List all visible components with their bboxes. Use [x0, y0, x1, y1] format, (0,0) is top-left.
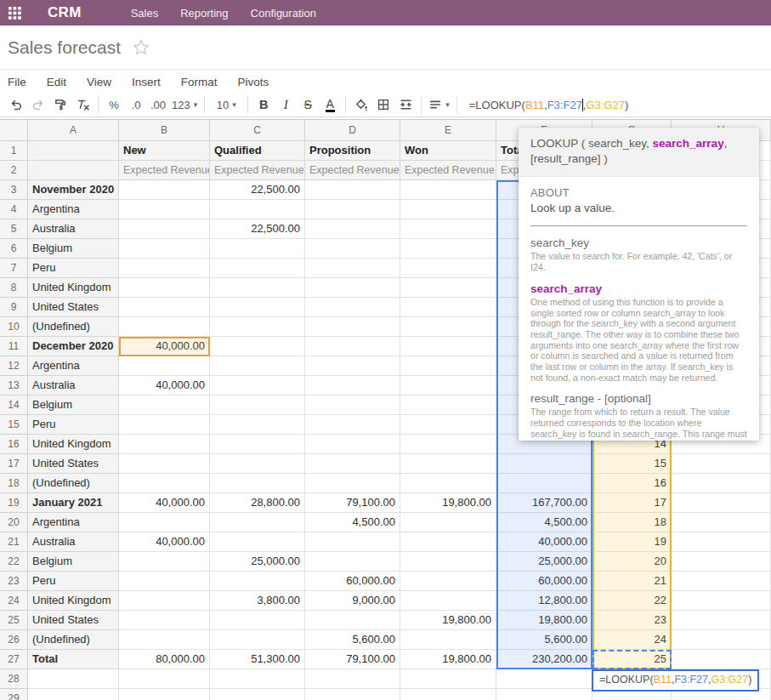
row-header-11[interactable]: 11	[0, 337, 28, 356]
row-header-1[interactable]: 1	[0, 141, 28, 161]
cell-B28[interactable]	[119, 669, 210, 689]
cell-D26[interactable]: 5,600.00	[305, 630, 400, 650]
cell-B2[interactable]: Expected Revenue	[119, 161, 210, 180]
cell-C14[interactable]	[210, 396, 305, 415]
navbar-item-reporting[interactable]: Reporting	[180, 7, 228, 20]
cell-C8[interactable]	[210, 278, 305, 298]
cell-F26[interactable]: 5,600.00	[496, 630, 592, 650]
cell-D12[interactable]	[305, 356, 400, 376]
cell-A8[interactable]: United Kingdom	[28, 278, 119, 298]
cell-A1[interactable]	[28, 141, 119, 161]
cell-A9[interactable]: United States	[28, 298, 119, 317]
cell-C3[interactable]: 22,500.00	[210, 180, 305, 200]
cell-F19[interactable]: 167,700.00	[496, 493, 592, 513]
cell-F23[interactable]: 60,000.00	[496, 572, 592, 591]
cell-A22[interactable]: Belgium	[28, 552, 119, 572]
cell-E1[interactable]: Won	[400, 141, 496, 161]
row-header-17[interactable]: 17	[0, 454, 28, 474]
row-header-5[interactable]: 5	[0, 219, 28, 239]
cell-B16[interactable]	[119, 435, 210, 454]
italic-button[interactable]: I	[275, 94, 297, 115]
cell-E19[interactable]: 19,800.00	[400, 493, 496, 513]
cell-A11[interactable]: December 2020	[28, 337, 119, 356]
cell-E29[interactable]	[400, 689, 496, 700]
cell-H23[interactable]	[672, 572, 771, 591]
cell-C23[interactable]	[210, 572, 305, 591]
cell-F27[interactable]: 230,200.00	[496, 650, 592, 669]
cell-B22[interactable]	[119, 552, 210, 572]
cell-D22[interactable]	[305, 552, 400, 572]
cell-B18[interactable]	[119, 474, 210, 493]
page-title[interactable]: Sales forecast	[8, 37, 121, 58]
cell-C20[interactable]	[210, 513, 305, 532]
cell-A28[interactable]	[28, 669, 119, 689]
cell-D3[interactable]	[305, 180, 400, 200]
cell-D16[interactable]	[305, 435, 400, 454]
row-header-12[interactable]: 12	[0, 356, 28, 376]
favorite-star-icon[interactable]	[131, 37, 151, 58]
cell-E5[interactable]	[400, 219, 496, 239]
cell-A16[interactable]: United Kingdom	[28, 435, 119, 454]
row-header-3[interactable]: 3	[0, 180, 28, 200]
menu-view[interactable]: View	[87, 76, 111, 88]
cell-B12[interactable]	[119, 356, 210, 376]
cell-B21[interactable]: 40,000.00	[119, 532, 210, 552]
cell-E4[interactable]	[400, 200, 496, 219]
cell-E3[interactable]	[400, 180, 496, 200]
cell-G23[interactable]: 21	[592, 572, 672, 591]
cell-D27[interactable]: 79,100.00	[305, 650, 400, 669]
cell-E21[interactable]	[400, 532, 496, 552]
menu-format[interactable]: Format	[181, 76, 218, 88]
cell-D1[interactable]: Proposition	[305, 141, 400, 161]
undo-button[interactable]	[5, 94, 27, 115]
cell-D11[interactable]	[305, 337, 400, 356]
app-brand[interactable]: CRM	[48, 4, 82, 21]
cell-A26[interactable]: (Undefined)	[28, 630, 119, 650]
grid-corner[interactable]	[0, 120, 28, 141]
cell-E6[interactable]	[400, 239, 496, 259]
cell-C9[interactable]	[210, 298, 305, 317]
cell-D5[interactable]	[305, 219, 400, 239]
cell-A14[interactable]: Belgium	[28, 396, 119, 415]
cell-B23[interactable]	[119, 572, 210, 591]
cell-B10[interactable]	[119, 317, 210, 337]
paint-format-button[interactable]	[49, 94, 71, 115]
cell-B6[interactable]	[119, 239, 210, 259]
cell-A12[interactable]: Argentina	[28, 356, 119, 376]
cell-F22[interactable]: 25,000.00	[496, 552, 592, 572]
cell-A7[interactable]: Peru	[28, 259, 119, 278]
cell-H25[interactable]	[672, 611, 771, 630]
cell-A2[interactable]	[28, 161, 119, 180]
cell-A3[interactable]: November 2020	[28, 180, 119, 200]
cell-C21[interactable]	[210, 532, 305, 552]
row-header-18[interactable]: 18	[0, 474, 28, 493]
cell-A17[interactable]: United States	[28, 454, 119, 474]
row-header-28[interactable]: 28	[0, 669, 28, 689]
fill-color-button[interactable]	[350, 94, 372, 115]
cell-F24[interactable]: 12,800.00	[496, 591, 592, 611]
cell-D9[interactable]	[305, 298, 400, 317]
row-header-2[interactable]: 2	[0, 161, 28, 180]
cell-C4[interactable]	[210, 200, 305, 219]
cell-B7[interactable]	[119, 259, 210, 278]
cell-B15[interactable]	[119, 415, 210, 435]
cell-D10[interactable]	[305, 317, 400, 337]
row-header-4[interactable]: 4	[0, 200, 28, 219]
cell-E17[interactable]	[400, 454, 496, 474]
cell-E23[interactable]	[400, 572, 496, 591]
cell-H18[interactable]	[672, 474, 771, 493]
cell-B25[interactable]	[119, 611, 210, 630]
cell-D13[interactable]	[305, 376, 400, 396]
cell-D21[interactable]	[305, 532, 400, 552]
cell-E24[interactable]	[400, 591, 496, 611]
cell-C22[interactable]: 25,000.00	[210, 552, 305, 572]
cell-G18[interactable]: 16	[592, 474, 672, 493]
cell-A10[interactable]: (Undefined)	[28, 317, 119, 337]
cell-E22[interactable]	[400, 552, 496, 572]
cell-A27[interactable]: Total	[28, 650, 119, 669]
row-header-22[interactable]: 22	[0, 552, 28, 572]
cell-composer-input[interactable]: =LOOKUP(B11,F3:F27,G3:G27)	[592, 669, 759, 691]
cell-A23[interactable]: Peru	[28, 572, 119, 591]
cell-C24[interactable]: 3,800.00	[210, 591, 305, 611]
cell-E15[interactable]	[400, 415, 496, 435]
